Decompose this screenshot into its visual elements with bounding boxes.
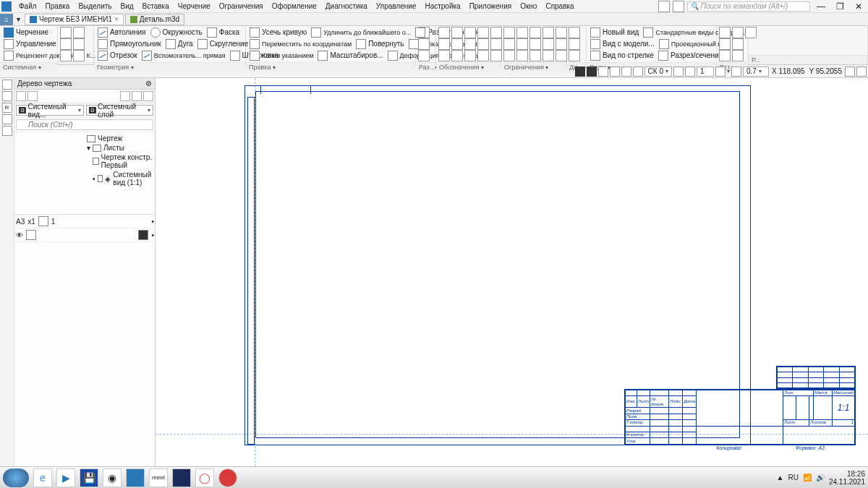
annot-icon[interactable]: [490, 50, 502, 61]
annot-icon[interactable]: [477, 27, 489, 38]
paste-icon[interactable]: [73, 50, 85, 61]
menu-insert[interactable]: Вставка: [138, 1, 174, 11]
ins-icon[interactable]: [719, 50, 731, 61]
tree-search[interactable]: [14, 118, 155, 132]
tb2-icon[interactable]: [633, 67, 643, 77]
home-dropdown[interactable]: ▾: [13, 15, 23, 23]
layout-icon-1[interactable]: [658, 1, 670, 12]
annot-icon[interactable]: [477, 38, 489, 50]
constr-icon[interactable]: [542, 27, 554, 38]
ins-icon[interactable]: [732, 27, 744, 38]
mode-drawing[interactable]: Черчение: [2, 27, 55, 38]
lang-indicator[interactable]: RU: [788, 474, 798, 481]
view-combo[interactable]: 0 Системный вид...▾: [16, 105, 84, 116]
maximize-button[interactable]: ❐: [832, 1, 848, 12]
tree-root[interactable]: Чертеж: [14, 134, 155, 143]
clock[interactable]: 18:26 24.11.2021: [829, 470, 865, 486]
taskbar-ie-icon[interactable]: e: [33, 468, 52, 487]
tool-fillet[interactable]: Скругление: [196, 38, 250, 50]
tool-extend[interactable]: Удлинить до ближайшего о...: [310, 27, 412, 38]
tb2-icon[interactable]: [575, 67, 585, 77]
tree-sysview[interactable]: •◈ Системный вид (1:1): [14, 170, 155, 187]
tool-arc[interactable]: Дуга: [164, 38, 195, 50]
menu-help[interactable]: Справка: [541, 1, 578, 11]
tb2-icon[interactable]: [685, 67, 695, 77]
constr-icon[interactable]: [516, 27, 528, 38]
annot-icon[interactable]: [451, 27, 463, 38]
tool-new-view[interactable]: Новый вид: [589, 27, 640, 38]
diag-icon[interactable]: [569, 50, 580, 61]
panel-settings-icon[interactable]: ⚙: [145, 80, 152, 87]
redo-icon[interactable]: [73, 38, 85, 50]
tab-close-icon[interactable]: ×: [114, 15, 119, 23]
constr-icon[interactable]: [542, 38, 554, 50]
annot-icon[interactable]: [451, 50, 463, 61]
tb2-icon[interactable]: [610, 67, 620, 77]
diag-icon[interactable]: [569, 38, 580, 50]
tool-circle[interactable]: Окружность: [149, 27, 204, 38]
coord-system-combo[interactable]: СК 0▾: [644, 67, 672, 77]
ins-icon[interactable]: [719, 27, 731, 38]
tb2-icon[interactable]: [621, 67, 631, 77]
menu-format[interactable]: Оформление: [268, 1, 321, 11]
zoom-out-icon[interactable]: [715, 67, 726, 77]
taskbar-opera-icon[interactable]: [218, 468, 237, 487]
command-search[interactable]: 🔍 Поиск по командам (Alt+/): [687, 1, 810, 12]
tray-network-icon[interactable]: 📶: [803, 474, 812, 481]
tb2-icon[interactable]: [856, 67, 867, 77]
zoom-combo[interactable]: 0.7▾: [743, 67, 769, 77]
annot-icon[interactable]: [464, 50, 476, 61]
annot-icon[interactable]: [438, 27, 450, 38]
menu-window[interactable]: Окно: [516, 1, 541, 11]
scale-combo[interactable]: 1: [697, 67, 714, 77]
tree-tb-icon[interactable]: [120, 91, 130, 101]
tb2-icon[interactable]: [673, 67, 684, 77]
orient-icon[interactable]: [38, 216, 48, 226]
tool-chamfer[interactable]: Фаска: [205, 27, 241, 38]
tool-autoline[interactable]: Автолиния: [96, 27, 148, 38]
tree-tb-icon[interactable]: [143, 91, 153, 101]
constr-icon[interactable]: [556, 50, 567, 61]
constr-icon[interactable]: [516, 38, 528, 50]
strip-fx-icon[interactable]: fx: [2, 103, 12, 113]
undo-icon[interactable]: [60, 38, 72, 50]
taskbar-kompas-icon[interactable]: [126, 468, 145, 487]
menu-settings[interactable]: Настройка: [420, 1, 464, 11]
tab-part[interactable]: Деталь.m3d: [125, 14, 184, 25]
open-doc-icon[interactable]: [73, 27, 85, 38]
tb2-icon[interactable]: [587, 67, 597, 77]
zoom-fit-icon[interactable]: [731, 67, 741, 77]
tree-sheets[interactable]: ▾Листы: [14, 143, 155, 153]
constr-icon[interactable]: [529, 50, 541, 61]
menu-draw[interactable]: Черчение: [174, 1, 215, 11]
tool-scale[interactable]: Масштабиров...: [316, 50, 384, 61]
tb2-icon[interactable]: [845, 67, 855, 77]
tool-trim[interactable]: Усечь кривую: [248, 27, 308, 38]
eye-icon[interactable]: 👁: [16, 231, 23, 239]
constr-icon[interactable]: [556, 38, 567, 50]
annot-icon[interactable]: [490, 27, 502, 38]
tool-arrow-view[interactable]: Вид по стрелке: [589, 50, 655, 61]
constr-icon[interactable]: [503, 50, 515, 61]
tool-rotate[interactable]: Повернуть: [354, 38, 405, 50]
lock-icon[interactable]: [26, 230, 36, 240]
tool-auxline[interactable]: Вспомогатель... прямая: [140, 50, 227, 61]
tree-tb-icon[interactable]: [27, 91, 38, 101]
menu-apps[interactable]: Приложения: [465, 1, 516, 11]
taskbar-save-icon[interactable]: 💾: [80, 468, 98, 487]
ins-icon[interactable]: [732, 50, 744, 61]
tool-move[interactable]: Переместить по координатам: [248, 38, 353, 50]
dim-icon-3[interactable]: [418, 50, 430, 61]
tree-sheet1[interactable]: Чертеж констр. Первый: [14, 153, 155, 170]
constr-icon[interactable]: [542, 50, 554, 61]
layout-icon-2[interactable]: [673, 1, 684, 12]
annot-icon[interactable]: [477, 50, 489, 61]
tool-copy[interactable]: Копия указанием: [248, 50, 315, 61]
tree-search-input[interactable]: [16, 119, 153, 130]
taskbar-app-icon[interactable]: ◯: [195, 468, 214, 487]
taskbar-wmp-icon[interactable]: ▶: [56, 468, 75, 487]
home-button[interactable]: ⌂: [0, 14, 13, 25]
menu-file[interactable]: Файл: [14, 1, 41, 11]
menu-diag[interactable]: Диагностика: [321, 1, 372, 11]
ins-icon[interactable]: [732, 38, 744, 50]
